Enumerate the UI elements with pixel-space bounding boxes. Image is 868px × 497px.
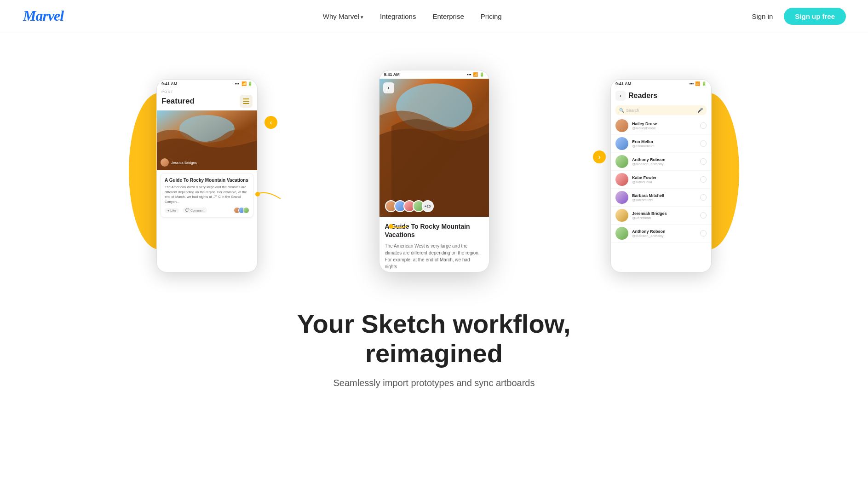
center-article-content: A Guide To Rocky Mountain Vacations The …	[379, 217, 489, 272]
reader-name-3: Katie Fowler	[632, 175, 696, 180]
reader-info-0: Hailey Drose @HaileyDrose	[632, 121, 696, 130]
signal-center: ▪▪▪📶🔋	[467, 72, 484, 77]
phone-right: 9:41 AM ▪▪▪📶🔋 ‹ Readers 🔍 Search 🎤 Haile…	[610, 79, 712, 272]
status-bar-left: 9:41 AM ▪▪▪ 📶 🔋	[157, 80, 257, 88]
nav-links: Why Marvel Integrations Enterprise Prici…	[323, 12, 502, 21]
readers-title: Readers	[628, 92, 657, 100]
comment-icon: 💬	[185, 208, 190, 212]
signin-link[interactable]: Sign in	[752, 12, 773, 20]
nav-item-integrations[interactable]: Integrations	[380, 12, 416, 21]
reader-info-2: Anthony Robson @Robson_anthony	[632, 157, 696, 166]
phones-section: ‹ › 9:41 AM ▪▪▪ 📶 🔋 POST Featured	[0, 61, 868, 282]
reader-item-0[interactable]: Hailey Drose @HaileyDrose	[611, 117, 711, 135]
search-placeholder: Search	[626, 108, 696, 113]
navbar: Marvel Why Marvel Integrations Enterpris…	[0, 0, 868, 33]
phone-left: 9:41 AM ▪▪▪ 📶 🔋 POST Featured	[156, 79, 258, 272]
reader-avatar-0	[615, 119, 628, 132]
status-bar-right: 9:41 AM ▪▪▪📶🔋	[611, 80, 711, 88]
featured-image-left: Jessica Bridges	[157, 110, 257, 170]
nav-cta: Sign in Sign up free	[752, 8, 846, 25]
reader-check-6[interactable]	[700, 230, 707, 237]
author-name: Jessica Bridges	[171, 161, 197, 165]
reader-check-4[interactable]	[700, 194, 707, 201]
reader-name-1: Erin Mellor	[632, 139, 696, 144]
reader-item-3[interactable]: Katie Fowler @KatieFowl	[611, 171, 711, 189]
reader-info-1: Erin Mellor @erinmello21	[632, 139, 696, 148]
author-avatar	[161, 158, 169, 167]
reader-info-5: Jeremiah Bridges @Jeremiah	[632, 211, 696, 220]
center-main-image: ‹ +15	[379, 79, 489, 217]
reader-handle-1: @erinmello21	[632, 144, 696, 148]
article-card-left: A Guide To Rocky Mountain Vacations The …	[161, 173, 253, 218]
reader-avatar-5	[615, 209, 628, 222]
avatar-row-center: +15	[385, 200, 434, 212]
reader-handle-4: @Barbmitchl	[632, 198, 696, 202]
reader-item-5[interactable]: Jeremiah Bridges @Jeremiah	[611, 207, 711, 225]
enterprise-link[interactable]: Enterprise	[432, 12, 464, 20]
reader-info-6: Anthony Robson @Robson_anthony	[632, 229, 696, 238]
comment-button[interactable]: 💬 Comment	[183, 208, 207, 213]
article-title-left: A Guide To Rocky Mountain Vacations	[165, 177, 249, 183]
svg-text:Marvel: Marvel	[23, 7, 64, 24]
time-left: 9:41 AM	[161, 81, 177, 86]
share-avatar-3	[243, 207, 249, 214]
nav-item-pricing[interactable]: Pricing	[481, 12, 502, 21]
reader-avatar-2	[615, 155, 628, 168]
text-section: Your Sketch workflow, reimagined Seamles…	[288, 282, 580, 407]
reader-handle-0: @HaileyDrose	[632, 126, 696, 130]
search-icon: 🔍	[619, 108, 624, 113]
heart-icon: ♥	[167, 209, 169, 212]
why-marvel-link[interactable]: Why Marvel	[323, 12, 363, 20]
search-bar[interactable]: 🔍 Search 🎤	[615, 105, 707, 115]
more-count: +15	[422, 200, 434, 212]
reader-item-1[interactable]: Erin Mellor @erinmello21	[611, 135, 711, 153]
nav-arrow-right[interactable]: ›	[593, 150, 606, 163]
heading-line1: Your Sketch workflow,	[297, 309, 570, 338]
signup-button[interactable]: Sign up free	[784, 8, 846, 25]
reader-item-2[interactable]: Anthony Robson @Robson_anthony	[611, 153, 711, 171]
reader-check-2[interactable]	[700, 158, 707, 165]
integrations-link[interactable]: Integrations	[380, 12, 416, 20]
back-button-right[interactable]: ‹	[615, 91, 626, 101]
featured-header: Featured	[157, 95, 257, 110]
subheading: Seamlessly import prototypes and sync ar…	[297, 378, 570, 388]
nav-arrow-left[interactable]: ‹	[264, 116, 277, 129]
reader-check-1[interactable]	[700, 140, 707, 147]
phone-center: 9:41 AM ▪▪▪📶🔋	[379, 70, 489, 272]
reader-name-4: Barbara Mitchell	[632, 193, 696, 198]
reader-handle-2: @Robson_anthony	[632, 162, 696, 166]
main-heading: Your Sketch workflow, reimagined	[297, 309, 570, 369]
article-body-left: The American West is very large and the …	[165, 185, 249, 204]
reader-check-3[interactable]	[700, 176, 707, 183]
nav-item-why-marvel[interactable]: Why Marvel	[323, 12, 363, 21]
pricing-link[interactable]: Pricing	[481, 12, 502, 20]
nav-item-enterprise[interactable]: Enterprise	[432, 12, 464, 21]
readers-header: ‹ Readers	[611, 88, 711, 104]
reader-item-6[interactable]: Anthony Robson @Robson_anthony	[611, 225, 711, 243]
like-label: Like	[170, 209, 176, 212]
logo[interactable]: Marvel	[22, 5, 73, 28]
menu-icon[interactable]	[240, 95, 253, 108]
reader-name-5: Jeremiah Bridges	[632, 211, 696, 216]
heading-line2: reimagined	[365, 339, 503, 368]
time-right: 9:41 AM	[615, 81, 631, 86]
reader-avatar-6	[615, 227, 628, 240]
back-button-center[interactable]: ‹	[383, 82, 394, 93]
reader-avatar-1	[615, 137, 628, 150]
reader-handle-3: @KatieFowl	[632, 180, 696, 184]
center-article-title: A Guide To Rocky Mountain Vacations	[385, 222, 483, 239]
center-article-body: The American West is very large and the …	[385, 243, 483, 270]
reader-avatar-3	[615, 173, 628, 186]
reader-name-6: Anthony Robson	[632, 229, 696, 234]
signal-right: ▪▪▪📶🔋	[689, 81, 707, 86]
share-avatars	[236, 207, 249, 214]
reader-check-0[interactable]	[700, 122, 707, 129]
reader-item-4[interactable]: Barbara Mitchell @Barbmitchl	[611, 189, 711, 207]
time-center: 9:41 AM	[384, 72, 400, 77]
reader-info-3: Katie Fowler @KatieFowl	[632, 175, 696, 184]
reader-name-0: Hailey Drose	[632, 121, 696, 126]
reader-check-5[interactable]	[700, 212, 707, 219]
reader-info-4: Barbara Mitchell @Barbmitchl	[632, 193, 696, 202]
like-button[interactable]: ♥ Like	[165, 208, 179, 213]
featured-title: Featured	[161, 97, 195, 106]
